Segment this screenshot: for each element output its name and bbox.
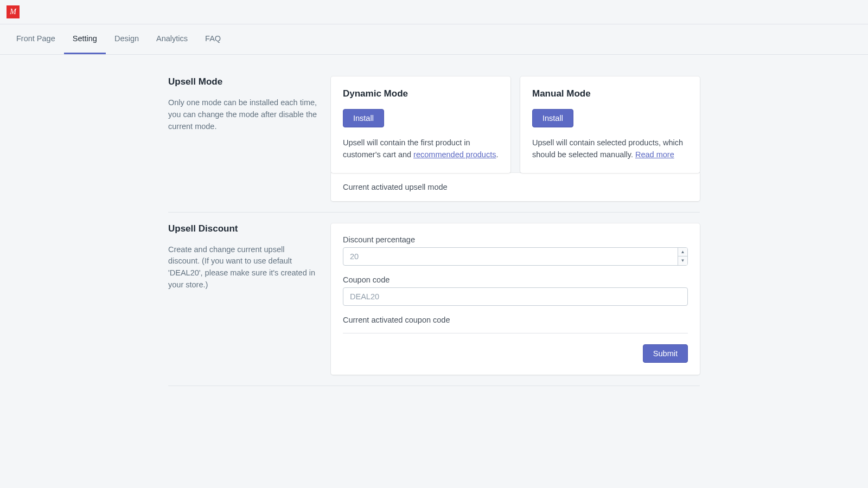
coupon-status: Current activated coupon code	[343, 316, 688, 333]
dynamic-desc-after: .	[496, 150, 498, 159]
dynamic-mode-title: Dynamic Mode	[343, 88, 499, 99]
coupon-code-input[interactable]	[343, 287, 688, 306]
discount-form: Discount percentage ▲ ▼ Coupon code Curr…	[331, 223, 700, 375]
manual-mode-title: Manual Mode	[532, 88, 688, 99]
install-manual-button[interactable]: Install	[532, 109, 573, 127]
app-logo: M	[7, 5, 20, 18]
section-upsell-mode: Upsell Mode Only one mode can be install…	[168, 66, 700, 213]
logo-text: M	[10, 8, 16, 16]
mode-cards: Dynamic Mode Install Upsell will contain…	[331, 76, 700, 173]
nav-analytics[interactable]: Analytics	[148, 24, 196, 54]
upsell-mode-description: Only one mode can be installed each time…	[168, 97, 318, 132]
upsell-mode-title: Upsell Mode	[168, 76, 318, 87]
manual-mode-description: Upsell will contain selected products, w…	[532, 137, 688, 161]
section-body: Dynamic Mode Install Upsell will contain…	[331, 76, 700, 201]
read-more-link[interactable]: Read more	[635, 150, 674, 159]
form-actions: Submit	[343, 344, 688, 363]
discount-percentage-input[interactable]	[343, 247, 688, 266]
upsell-discount-title: Upsell Discount	[168, 223, 318, 234]
spinner-down-icon[interactable]: ▼	[678, 256, 687, 265]
section-meta: Upsell Discount Create and change curren…	[168, 223, 331, 375]
spinner-up-icon[interactable]: ▲	[678, 248, 687, 257]
nav-front-page[interactable]: Front Page	[8, 24, 64, 54]
coupon-code-label: Coupon code	[343, 275, 688, 284]
nav-bar: Front Page Setting Design Analytics FAQ	[0, 24, 868, 55]
main-content: Upsell Mode Only one mode can be install…	[168, 55, 700, 397]
install-dynamic-button[interactable]: Install	[343, 109, 384, 127]
discount-percentage-wrap: ▲ ▼	[343, 247, 688, 266]
nav-design[interactable]: Design	[106, 24, 148, 54]
dynamic-mode-description: Upsell will contain the first product in…	[343, 137, 499, 161]
nav-faq[interactable]: FAQ	[196, 24, 229, 54]
dynamic-mode-card: Dynamic Mode Install Upsell will contain…	[331, 76, 510, 173]
section-meta: Upsell Mode Only one mode can be install…	[168, 76, 331, 201]
discount-percentage-label: Discount percentage	[343, 235, 688, 244]
submit-button[interactable]: Submit	[643, 344, 688, 363]
top-bar: M	[0, 0, 868, 24]
section-body: Discount percentage ▲ ▼ Coupon code Curr…	[331, 223, 700, 375]
manual-mode-card: Manual Mode Install Upsell will contain …	[520, 76, 700, 173]
section-upsell-discount: Upsell Discount Create and change curren…	[168, 213, 700, 386]
upsell-mode-status: Current activated upsell mode	[331, 173, 700, 201]
number-spinner: ▲ ▼	[678, 248, 687, 265]
recommended-products-link[interactable]: recommended products	[413, 150, 496, 159]
upsell-discount-description: Create and change current upsell discoun…	[168, 244, 318, 291]
nav-setting[interactable]: Setting	[64, 24, 106, 54]
